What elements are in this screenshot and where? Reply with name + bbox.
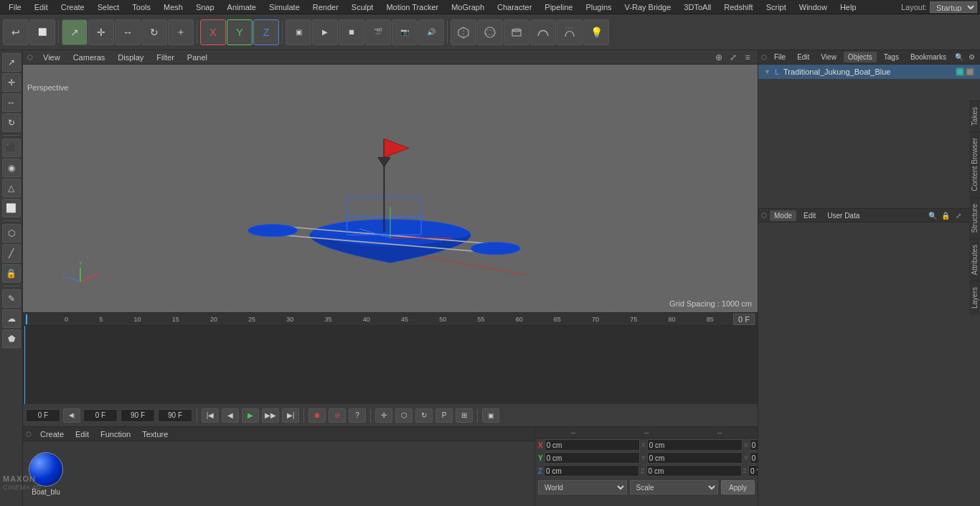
- picture-viewer-button[interactable]: 📷: [392, 19, 418, 45]
- render-all-button[interactable]: ⏹: [339, 19, 364, 45]
- render-region-button[interactable]: ▣: [286, 19, 311, 45]
- material-fold-icon[interactable]: ⬡: [26, 431, 32, 438]
- layout-dropdown[interactable]: Startup: [930, 1, 977, 13]
- attrs-tab-edit[interactable]: Edit: [799, 210, 820, 221]
- preview-button[interactable]: ▣: [482, 408, 499, 423]
- menu-item-simulate[interactable]: Simulate: [263, 1, 306, 13]
- frame-start-input[interactable]: [26, 409, 60, 422]
- step-back-button[interactable]: ◀|: [63, 408, 80, 423]
- transform-tool-button[interactable]: ＋: [168, 19, 194, 45]
- menu-item-sculpt[interactable]: Sculpt: [346, 1, 380, 13]
- menu-item-snap[interactable]: Snap: [190, 1, 220, 13]
- material-swatch-item[interactable]: Boat_blu: [29, 452, 63, 496]
- record-button[interactable]: ⏺: [308, 408, 326, 423]
- menu-item-animate[interactable]: Animate: [222, 1, 262, 13]
- x-pos-input[interactable]: [545, 439, 640, 451]
- go-end-button[interactable]: ▶|: [282, 408, 299, 423]
- menu-item-edit[interactable]: Edit: [29, 1, 54, 13]
- scale-sidebar-button[interactable]: ↔: [2, 93, 21, 112]
- play-back-button[interactable]: ◀: [222, 408, 239, 423]
- menu-item-redshift[interactable]: Redshift: [718, 1, 758, 13]
- menu-item-vray[interactable]: V-Ray Bridge: [619, 1, 677, 13]
- x-rot-input[interactable]: [647, 439, 743, 451]
- menu-item-motion-tracker[interactable]: Motion Tracker: [380, 1, 444, 13]
- undo-button[interactable]: ↩: [3, 19, 29, 45]
- viewport-menu-view[interactable]: View: [40, 52, 63, 62]
- objects-tab-tags[interactable]: Tags: [880, 52, 903, 62]
- attrs-fold-icon[interactable]: ⬡: [761, 212, 767, 219]
- brush-button[interactable]: ✎: [2, 289, 21, 308]
- menu-item-select[interactable]: Select: [92, 1, 126, 13]
- material-menu-create[interactable]: Create: [37, 429, 67, 439]
- light-button[interactable]: 💡: [583, 19, 609, 45]
- menu-item-render[interactable]: Render: [307, 1, 344, 13]
- objects-tab-view[interactable]: View: [816, 52, 841, 62]
- cylinder-button[interactable]: [504, 19, 529, 45]
- objects-tab-bookmarks[interactable]: Bookmarks: [906, 52, 951, 62]
- go-start-button[interactable]: |◀: [202, 408, 219, 423]
- scale-dropdown[interactable]: Scale: [630, 480, 719, 495]
- frame-end2-input[interactable]: [158, 409, 192, 422]
- select-tool-button[interactable]: ↗: [62, 19, 88, 45]
- sculpt-button[interactable]: ☁: [2, 309, 21, 328]
- menu-item-character[interactable]: Character: [491, 1, 537, 13]
- move-tool-button[interactable]: ✛: [88, 19, 114, 45]
- lock-button[interactable]: 🔒: [2, 264, 21, 283]
- rotate-tool-button[interactable]: ↻: [141, 19, 167, 45]
- menu-item-help[interactable]: Help: [834, 1, 862, 13]
- object-mode-button[interactable]: ⬛: [2, 139, 21, 157]
- viewport-menu-cameras[interactable]: Cameras: [70, 52, 108, 62]
- motion-path-button[interactable]: ⬡: [395, 408, 413, 423]
- snap-button[interactable]: ⬡: [2, 224, 21, 243]
- menu-item-create[interactable]: Create: [55, 1, 90, 13]
- y-axis-button[interactable]: Y: [227, 19, 253, 45]
- viewport[interactable]: ⬡ View Cameras Display Filter Panel ⊕ ⤢ …: [23, 50, 758, 312]
- viewport-fold-icon[interactable]: ⬡: [27, 54, 33, 61]
- menu-item-mograph[interactable]: MoGraph: [446, 1, 490, 13]
- x-axis-button[interactable]: X: [200, 19, 226, 45]
- objects-settings-icon[interactable]: ⚙: [966, 52, 978, 63]
- redo-button[interactable]: ⬜: [29, 19, 55, 45]
- sound-button[interactable]: 🔊: [418, 19, 444, 45]
- object-list[interactable]: ▼ L Traditional_Jukung_Boat_Blue: [758, 65, 980, 208]
- axis-button[interactable]: ╱: [2, 244, 21, 263]
- sphere-button[interactable]: [477, 19, 503, 45]
- point-mode-button[interactable]: ◉: [2, 159, 21, 177]
- timeline-track[interactable]: [23, 326, 758, 404]
- viewport-lock-icon[interactable]: ⊕: [713, 52, 725, 63]
- cycle-button[interactable]: ↻: [415, 408, 433, 423]
- power-button[interactable]: P: [435, 408, 453, 423]
- objects-fold-icon[interactable]: ⬡: [761, 54, 767, 61]
- frame-end-input[interactable]: [121, 409, 155, 422]
- z-axis-button[interactable]: Z: [253, 19, 279, 45]
- play-button[interactable]: ▶: [242, 408, 259, 423]
- material-menu-texture[interactable]: Texture: [139, 429, 171, 439]
- tab-content-browser[interactable]: Content Browser: [969, 131, 980, 197]
- z-pos-input[interactable]: [544, 465, 639, 477]
- y-pos-input[interactable]: [545, 452, 640, 464]
- menu-item-mesh[interactable]: Mesh: [158, 1, 189, 13]
- menu-item-window[interactable]: Window: [793, 1, 833, 13]
- attrs-search-icon[interactable]: 🔍: [927, 210, 938, 221]
- current-frame-input[interactable]: [83, 409, 118, 422]
- cube-button[interactable]: [451, 19, 476, 45]
- playhead[interactable]: [24, 326, 25, 404]
- play-forward-button[interactable]: ▶▶: [262, 408, 279, 423]
- scale-tool-button[interactable]: ↔: [115, 19, 141, 45]
- tab-takes[interactable]: Takes: [969, 100, 980, 131]
- render-settings-button[interactable]: 🎬: [365, 19, 391, 45]
- attrs-lock-icon[interactable]: 🔒: [940, 210, 951, 221]
- attrs-tab-mode[interactable]: Mode: [770, 210, 796, 221]
- z-rot-input[interactable]: [646, 465, 742, 477]
- viewport-menu-filter[interactable]: Filter: [154, 52, 176, 62]
- objects-tab-edit[interactable]: Edit: [793, 52, 814, 62]
- tab-layers[interactable]: Layers: [969, 281, 980, 314]
- viewport-expand-icon[interactable]: ⤢: [727, 52, 739, 63]
- spline-button[interactable]: [530, 19, 556, 45]
- rotate-sidebar-button[interactable]: ↻: [2, 113, 21, 132]
- apply-button[interactable]: Apply: [721, 480, 755, 495]
- menu-item-pipeline[interactable]: Pipeline: [539, 1, 578, 13]
- tab-structure[interactable]: Structure: [969, 197, 980, 239]
- snap-frame-button[interactable]: ✛: [375, 408, 392, 423]
- y-rot-input[interactable]: [647, 452, 743, 464]
